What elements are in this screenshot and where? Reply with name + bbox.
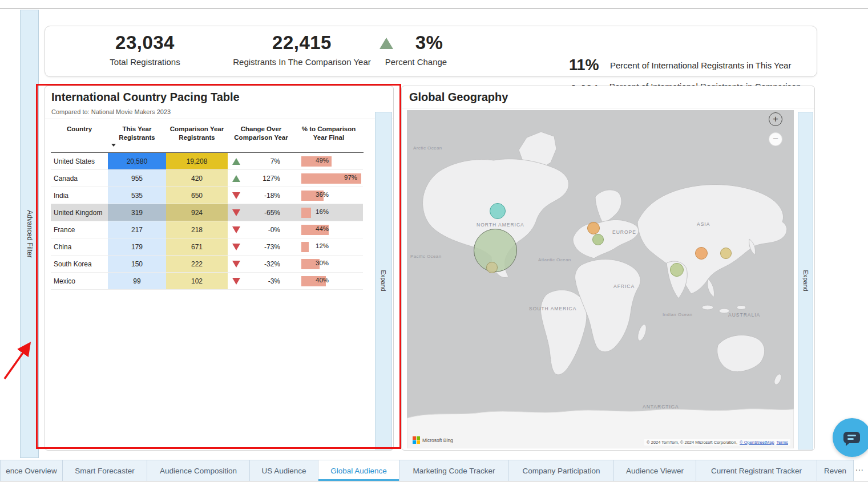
cell-change: -73% [228, 238, 294, 255]
table-row-mexico[interactable]: Mexico99102-3%40% [51, 273, 363, 290]
tab-smart-forecaster[interactable]: Smart Forecaster [63, 460, 147, 481]
table-row-united-kingdom[interactable]: United Kingdom319924-65%16% [51, 204, 363, 221]
table-row-china[interactable]: China179671-73%12% [51, 238, 363, 256]
cell-comparison-year: 924 [166, 204, 228, 221]
cell-comparison-year: 650 [166, 187, 228, 204]
change-value: -65% [264, 209, 280, 217]
table-row-india[interactable]: India535650-18%36% [51, 187, 363, 204]
table-row-south-korea[interactable]: South Korea150222-32%30% [51, 256, 363, 273]
cell-country: France [51, 221, 108, 238]
sort-descending-icon [111, 144, 116, 147]
cell-change: -18% [228, 187, 294, 204]
table-row-canada[interactable]: Canada955420127%97% [51, 170, 363, 187]
cell-change: -65% [228, 204, 294, 221]
cell-country: Canada [51, 170, 108, 187]
table-row-france[interactable]: France217218-0%44% [51, 221, 363, 238]
cell-country: China [51, 238, 108, 255]
pct-label: 97% [344, 174, 357, 181]
map-zoom-out-button[interactable]: − [769, 132, 782, 146]
bing-label: Microsoft Bing [422, 438, 453, 443]
cell-comparison-year: 671 [166, 238, 228, 255]
tab-reven[interactable]: Reven [817, 460, 854, 481]
map-bubble-china[interactable] [695, 247, 708, 260]
cell-country: United Kingdom [51, 204, 108, 221]
cell-change: 7% [228, 153, 294, 169]
change-value: -18% [264, 192, 280, 200]
advanced-filter-label: Advanced Filter [26, 210, 34, 257]
expand-pacing-table-button[interactable]: Expand [375, 112, 392, 449]
cell-this-year: 179 [108, 238, 166, 255]
cell-country: India [51, 187, 108, 204]
chat-bubble-icon [843, 432, 860, 443]
tab-current-registrant-tracker[interactable]: Current Registrant Tracker [696, 460, 817, 481]
expand-pacing-label: Expand [380, 270, 387, 291]
cell-this-year: 319 [108, 204, 166, 221]
map-bubble-france[interactable] [592, 234, 604, 245]
comparison-registrants-value: 22,415 [216, 32, 387, 54]
terms-link[interactable]: Terms [777, 440, 788, 445]
kpi-summary-card: 23,034 Total Registrations 22,415 Regist… [45, 26, 817, 77]
pct-label: 49% [316, 157, 329, 164]
column-header-to-comparison-year-final[interactable]: % to Comparison Year Final [294, 121, 363, 142]
tab-audience-viewer[interactable]: Audience Viewer [614, 460, 696, 481]
page-tab-bar: ence OverviewSmart ForecasterAudience Co… [0, 460, 868, 481]
cell-country: United States [51, 153, 108, 169]
kpi-percent-change: 3% Percent Change [365, 32, 467, 67]
world-map[interactable]: + − Microsoft Bing © 2024 TomTom, © 2024… [407, 110, 794, 448]
tab-overflow-button[interactable]: ... [855, 463, 864, 472]
down-triangle-icon [232, 244, 240, 250]
cell-pct-final: 12% [294, 238, 363, 255]
map-bubble-canada[interactable] [490, 203, 506, 219]
cell-country: South Korea [51, 256, 108, 272]
map-bubble-india[interactable] [670, 263, 684, 277]
tab-marketing-code-tracker[interactable]: Marketing Code Tracker [399, 460, 509, 481]
tab-us-audience[interactable]: US Audience [250, 460, 318, 481]
pct-label: 16% [316, 208, 329, 215]
cell-comparison-year: 222 [166, 256, 228, 272]
cell-this-year: 20,580 [108, 153, 166, 169]
map-bubble-united-kingdom[interactable] [587, 222, 600, 234]
column-header-this-year-registrants[interactable]: This Year Registrants [108, 121, 166, 142]
microsoft-logo-icon [413, 436, 420, 444]
cell-this-year: 535 [108, 187, 166, 204]
pacing-table-title: International Country Pacing Table [51, 91, 240, 104]
up-triangle-icon [232, 175, 240, 182]
pacing-table-subtitle: Compared to: National Movie Makers 2023 [51, 108, 171, 115]
cell-comparison-year: 218 [166, 221, 228, 238]
percent-change-label: Percent Change [365, 57, 467, 67]
chat-widget-button[interactable] [833, 418, 868, 457]
attribution-text: © 2024 TomTom, © 2024 Microsoft Corporat… [647, 440, 737, 445]
down-triangle-icon [232, 226, 240, 233]
cell-pct-final: 40% [294, 273, 363, 289]
kpi-total-registrations: 23,034 Total Registrations [74, 32, 216, 67]
change-value: 127% [263, 175, 280, 183]
tab-company-participation[interactable]: Company Participation [509, 460, 614, 481]
column-header-change-over-comparison-year[interactable]: Change Over Comparison Year [228, 121, 294, 142]
change-value: -32% [264, 260, 280, 268]
expand-map-button[interactable]: Expand [798, 112, 813, 449]
down-triangle-icon [232, 209, 240, 216]
advanced-filter-rail[interactable]: Advanced Filter [20, 10, 39, 458]
bottom-divider [0, 481, 868, 481]
column-header-comparison-year-registrants[interactable]: Comparison Year Registrants [166, 121, 228, 142]
column-header-country[interactable]: Country [51, 121, 108, 142]
map-bubble-south-korea[interactable] [720, 248, 732, 259]
cell-this-year: 955 [108, 170, 166, 187]
world-map-svg [407, 110, 794, 448]
pct-label: 12% [316, 242, 329, 249]
map-bubble-mexico[interactable] [486, 262, 498, 273]
openstreetmap-link[interactable]: © OpenStreetMap [740, 440, 774, 445]
pct-label: 36% [316, 191, 329, 198]
pct-label: 40% [316, 277, 329, 283]
global-geography-panel: Global Geography [401, 86, 815, 451]
comparison-registrants-label: Registrants In The Comparison Year [216, 57, 387, 67]
tab-global-audience[interactable]: Global Audience [318, 460, 399, 481]
tab-audience-composition[interactable]: Audience Composition [147, 460, 250, 481]
cell-change: -0% [228, 221, 294, 238]
pct-bar [301, 242, 309, 252]
tab-ence-overview[interactable]: ence Overview [0, 460, 63, 481]
intl-this-year-row: 11% Percent of International Registrants… [569, 52, 817, 78]
map-zoom-in-button[interactable]: + [769, 112, 782, 126]
table-row-united-states[interactable]: United States20,58019,2087%49% [51, 153, 363, 170]
up-triangle-icon [232, 158, 240, 165]
